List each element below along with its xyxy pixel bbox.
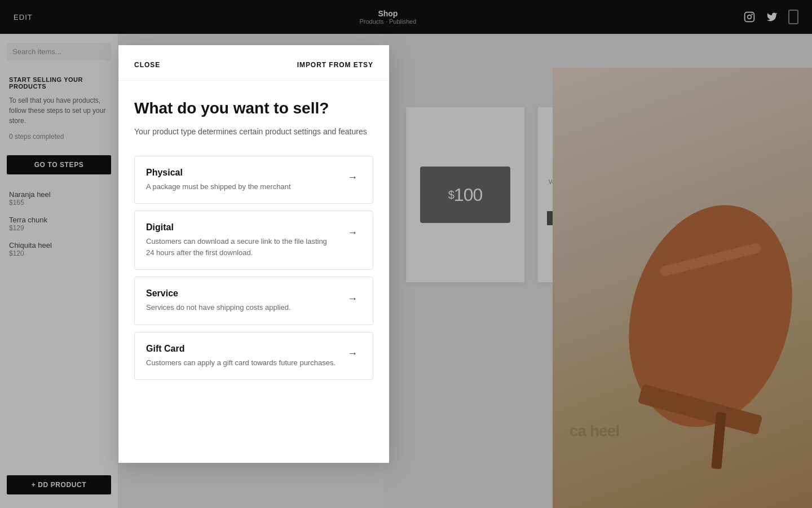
service-option-desc: Services do not have shipping costs appl… xyxy=(146,302,337,313)
gift-card-option-text: Gift Card Customers can apply a gift car… xyxy=(146,344,337,369)
physical-option-arrow: → xyxy=(343,169,361,187)
gift-card-option-arrow: → xyxy=(343,345,361,363)
arrow-right-icon: → xyxy=(347,348,358,360)
arrow-right-icon: → xyxy=(347,227,358,239)
modal-title: What do you want to sell? xyxy=(134,99,373,118)
product-type-modal: CLOSE IMPORT FROM ETSY What do you want … xyxy=(118,45,389,463)
import-from-etsy-button[interactable]: IMPORT FROM ETSY xyxy=(297,61,373,69)
digital-option-text: Digital Customers can download a secure … xyxy=(146,222,337,258)
modal-body: What do you want to sell? Your product t… xyxy=(118,81,389,405)
gift-card-option-title: Gift Card xyxy=(146,344,337,354)
digital-option-title: Digital xyxy=(146,222,337,233)
arrow-right-icon: → xyxy=(347,293,358,305)
physical-option-desc: A package must be shipped by the merchan… xyxy=(146,181,337,192)
digital-option-arrow: → xyxy=(343,224,361,242)
service-option-card[interactable]: Service Services do not have shipping co… xyxy=(134,277,373,325)
gift-card-option-card[interactable]: Gift Card Customers can apply a gift car… xyxy=(134,332,373,380)
modal-subtitle: Your product type determines certain pro… xyxy=(134,126,373,138)
physical-option-card[interactable]: Physical A package must be shipped by th… xyxy=(134,156,373,204)
modal-header: CLOSE IMPORT FROM ETSY xyxy=(118,45,389,81)
gift-card-option-desc: Customers can apply a gift card towards … xyxy=(146,357,337,369)
digital-option-card[interactable]: Digital Customers can download a secure … xyxy=(134,211,373,270)
arrow-right-icon: → xyxy=(347,172,358,183)
service-option-arrow: → xyxy=(343,290,361,308)
physical-option-title: Physical xyxy=(146,168,337,178)
digital-option-desc: Customers can download a secure link to … xyxy=(146,236,337,258)
service-option-text: Service Services do not have shipping co… xyxy=(146,288,337,313)
close-button[interactable]: CLOSE xyxy=(134,61,160,69)
service-option-title: Service xyxy=(146,288,337,299)
physical-option-text: Physical A package must be shipped by th… xyxy=(146,168,337,192)
